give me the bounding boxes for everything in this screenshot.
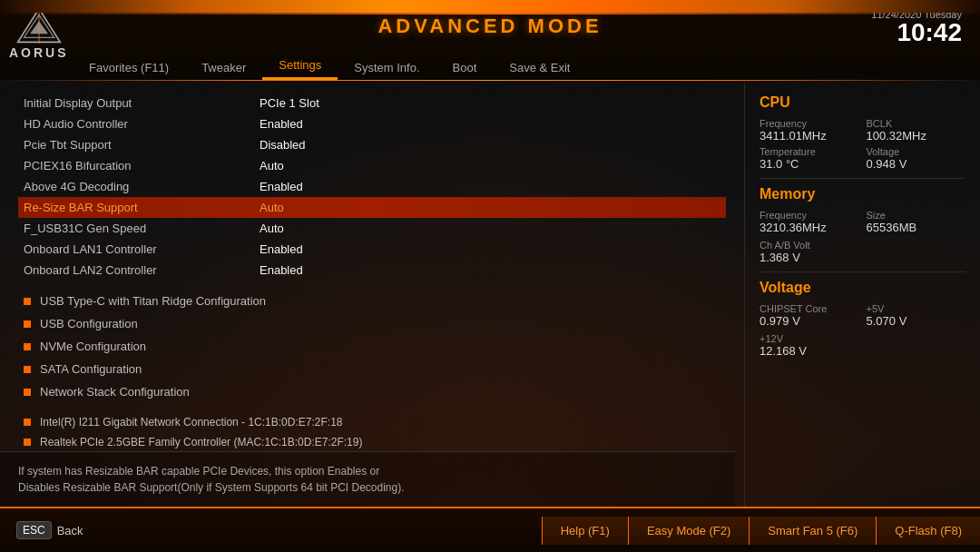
- setting-hd-audio[interactable]: HD Audio Controller Enabled: [18, 113, 726, 134]
- setting-lan1[interactable]: Onboard LAN1 Controller Enabled: [18, 239, 726, 260]
- easy-mode-button[interactable]: Easy Mode (F2): [628, 517, 749, 545]
- setting-pcie-tbt[interactable]: Pcie Tbt Support Disabled: [18, 134, 726, 155]
- submenu-usb[interactable]: USB Configuration: [18, 312, 726, 335]
- setting-fusb31c[interactable]: F_USB31C Gen Speed Auto: [18, 218, 726, 239]
- separator2: [18, 403, 726, 412]
- logo-area: AORUS: [9, 7, 69, 60]
- mem-chvolt-block: Ch A/B Volt 1.368 V: [760, 240, 965, 264]
- esc-key: ESC: [16, 521, 52, 539]
- cpu-voltage-block: Voltage 0.948 V: [867, 146, 966, 171]
- submenu-network-stack[interactable]: Network Stack Configuration: [18, 380, 726, 403]
- setting-pciex16[interactable]: PCIEX16 Bifurcation Auto: [18, 155, 726, 176]
- tab-tweaker[interactable]: Tweaker: [185, 55, 262, 80]
- setting-above4g[interactable]: Above 4G Decoding Enabled: [18, 176, 726, 197]
- toolbar-buttons: Help (F1) Easy Mode (F2) Smart Fan 5 (F6…: [542, 517, 980, 545]
- cpu-temp-block: Temperature 31.0 °C: [760, 146, 859, 171]
- setting-resize-bar[interactable]: Re-Size BAR Support Auto: [18, 197, 726, 218]
- esc-back-button[interactable]: ESC Back: [0, 521, 100, 539]
- datetime: 11/24/2020 Tuesday 10:42: [871, 9, 962, 45]
- network-item-realtek: Realtek PCIe 2.5GBE Family Controller (M…: [18, 432, 726, 452]
- bullet-icon: [24, 389, 31, 396]
- volt-12v-block: +12V 12.168 V: [760, 333, 965, 358]
- separator: [18, 281, 726, 290]
- page-title: ADVANCED MODE: [377, 15, 602, 38]
- esc-label: Back: [57, 524, 83, 537]
- voltage-section-title: Voltage: [760, 280, 965, 296]
- settings-panel: Initial Display Output PCIe 1 Slot HD Au…: [0, 82, 744, 507]
- setting-lan2[interactable]: Onboard LAN2 Controller Enabled: [18, 260, 726, 281]
- submenu-sata[interactable]: SATA Configuration: [18, 358, 726, 380]
- divider2: [760, 271, 965, 272]
- tab-favorites[interactable]: Favorites (F11): [73, 55, 185, 80]
- cpu-section-title: CPU: [760, 94, 965, 111]
- cpu-bclk-block: BCLK 100.32MHz: [867, 118, 966, 143]
- cpu-freq-block: Frequency 3411.01MHz: [760, 118, 859, 143]
- submenu-nvme[interactable]: NVMe Configuration: [18, 335, 726, 358]
- logo-text: AORUS: [9, 45, 69, 60]
- cpu-grid: Frequency 3411.01MHz BCLK 100.32MHz Temp…: [760, 118, 965, 171]
- voltage-grid: CHIPSET Core 0.979 V +5V 5.070 V: [760, 303, 965, 328]
- bullet-icon: [24, 439, 31, 446]
- bullet-icon: [24, 298, 31, 305]
- info-panel: CPU Frequency 3411.01MHz BCLK 100.32MHz …: [744, 82, 980, 507]
- memory-grid: Frequency 3210.36MHz Size 65536MB: [760, 210, 965, 234]
- top-bar: [0, 0, 980, 13]
- tab-save-exit[interactable]: Save & Exit: [493, 55, 586, 80]
- time-display: 10:42: [871, 20, 962, 45]
- bottom-toolbar: ESC Back Help (F1) Easy Mode (F2) Smart …: [0, 507, 980, 552]
- bullet-icon: [24, 320, 31, 328]
- bullet-icon: [24, 343, 31, 350]
- tab-sysinfo[interactable]: System Info.: [338, 55, 436, 80]
- mem-size-block: Size 65536MB: [867, 210, 966, 234]
- header-divider: [0, 80, 980, 81]
- mem-freq-block: Frequency 3210.36MHz: [760, 210, 859, 234]
- bullet-icon: [24, 366, 31, 373]
- network-item-intel: Intel(R) I211 Gigabit Network Connection…: [18, 412, 726, 432]
- help-button[interactable]: Help (F1): [542, 517, 628, 545]
- volt-5v-block: +5V 5.070 V: [867, 303, 966, 328]
- main-content: Initial Display Output PCIe 1 Slot HD Au…: [0, 82, 980, 507]
- divider1: [760, 178, 965, 179]
- volt-chipset-block: CHIPSET Core 0.979 V: [760, 303, 859, 328]
- memory-section-title: Memory: [760, 186, 965, 202]
- bullet-icon: [24, 419, 31, 426]
- submenu-usbc[interactable]: USB Type-C with Titan Ridge Configuratio…: [18, 290, 726, 312]
- qflash-button[interactable]: Q-Flash (F8): [876, 517, 980, 545]
- tab-boot[interactable]: Boot: [436, 55, 494, 80]
- tab-settings[interactable]: Settings: [262, 53, 338, 80]
- nav-tabs: Favorites (F11) Tweaker Settings System …: [73, 47, 799, 80]
- smart-fan-button[interactable]: Smart Fan 5 (F6): [749, 517, 876, 545]
- setting-initial-display[interactable]: Initial Display Output PCIe 1 Slot: [18, 93, 726, 113]
